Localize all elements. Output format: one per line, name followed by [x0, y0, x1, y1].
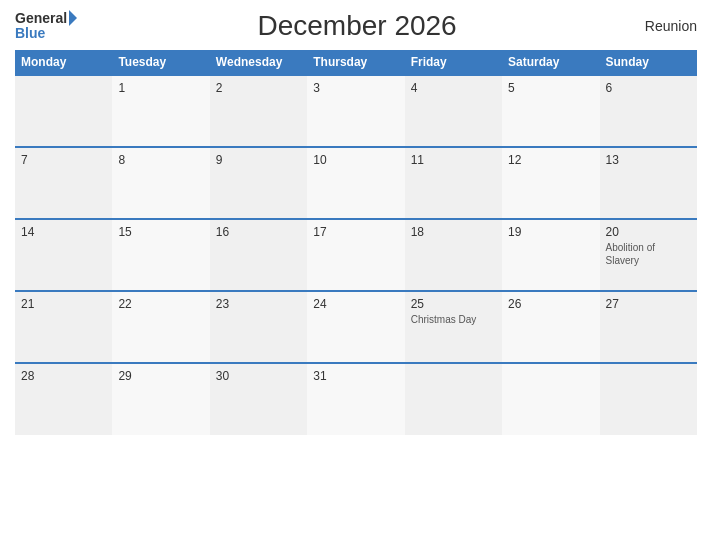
calendar-title: December 2026: [77, 10, 637, 42]
calendar-page: General Blue December 2026 Reunion Monda…: [0, 0, 712, 550]
day-number: 8: [118, 153, 203, 167]
logo-general-text: General: [15, 11, 67, 26]
day-number: 26: [508, 297, 593, 311]
day-number: 31: [313, 369, 398, 383]
day-number: 23: [216, 297, 301, 311]
calendar-cell: 27: [600, 291, 697, 363]
calendar-cell: 22: [112, 291, 209, 363]
calendar-cell: 1: [112, 75, 209, 147]
day-number: 1: [118, 81, 203, 95]
event-label: Abolition of Slavery: [606, 241, 691, 267]
calendar-cell: 24: [307, 291, 404, 363]
calendar-cell: 11: [405, 147, 502, 219]
calendar-cell: 2: [210, 75, 307, 147]
calendar-cell: 12: [502, 147, 599, 219]
day-number: 18: [411, 225, 496, 239]
calendar-week-row: 2122232425Christmas Day2627: [15, 291, 697, 363]
calendar-cell: 25Christmas Day: [405, 291, 502, 363]
day-number: 24: [313, 297, 398, 311]
calendar-week-row: 78910111213: [15, 147, 697, 219]
day-number: 22: [118, 297, 203, 311]
calendar-cell: 19: [502, 219, 599, 291]
col-thursday: Thursday: [307, 50, 404, 75]
region-label: Reunion: [637, 18, 697, 34]
day-number: 5: [508, 81, 593, 95]
calendar-cell: [15, 75, 112, 147]
calendar-cell: 15: [112, 219, 209, 291]
day-number: 7: [21, 153, 106, 167]
calendar-cell: 16: [210, 219, 307, 291]
calendar-week-row: 28293031: [15, 363, 697, 435]
day-number: 27: [606, 297, 691, 311]
day-number: 6: [606, 81, 691, 95]
calendar-cell: 17: [307, 219, 404, 291]
calendar-cell: [600, 363, 697, 435]
day-number: 12: [508, 153, 593, 167]
day-number: 20: [606, 225, 691, 239]
event-label: Christmas Day: [411, 313, 496, 326]
calendar-cell: 26: [502, 291, 599, 363]
day-number: 2: [216, 81, 301, 95]
day-number: 17: [313, 225, 398, 239]
day-number: 19: [508, 225, 593, 239]
day-number: 13: [606, 153, 691, 167]
calendar-cell: 13: [600, 147, 697, 219]
day-number: 16: [216, 225, 301, 239]
day-number: 25: [411, 297, 496, 311]
day-number: 30: [216, 369, 301, 383]
calendar-cell: 21: [15, 291, 112, 363]
day-number: 9: [216, 153, 301, 167]
calendar-week-row: 14151617181920Abolition of Slavery: [15, 219, 697, 291]
calendar-cell: [405, 363, 502, 435]
day-number: 21: [21, 297, 106, 311]
calendar-cell: 4: [405, 75, 502, 147]
calendar-cell: [502, 363, 599, 435]
calendar-cell: 7: [15, 147, 112, 219]
col-friday: Friday: [405, 50, 502, 75]
calendar-cell: 30: [210, 363, 307, 435]
calendar-week-row: 123456: [15, 75, 697, 147]
logo-blue-text: Blue: [15, 26, 77, 41]
calendar-cell: 10: [307, 147, 404, 219]
day-number: 4: [411, 81, 496, 95]
calendar-cell: 31: [307, 363, 404, 435]
calendar-table: Monday Tuesday Wednesday Thursday Friday…: [15, 50, 697, 435]
col-monday: Monday: [15, 50, 112, 75]
day-number: 14: [21, 225, 106, 239]
header: General Blue December 2026 Reunion: [15, 10, 697, 42]
calendar-cell: 23: [210, 291, 307, 363]
calendar-cell: 29: [112, 363, 209, 435]
day-number: 11: [411, 153, 496, 167]
days-header-row: Monday Tuesday Wednesday Thursday Friday…: [15, 50, 697, 75]
calendar-cell: 5: [502, 75, 599, 147]
calendar-cell: 20Abolition of Slavery: [600, 219, 697, 291]
calendar-cell: 8: [112, 147, 209, 219]
logo: General Blue: [15, 10, 77, 41]
calendar-cell: 14: [15, 219, 112, 291]
calendar-cell: 9: [210, 147, 307, 219]
calendar-cell: 18: [405, 219, 502, 291]
col-wednesday: Wednesday: [210, 50, 307, 75]
day-number: 28: [21, 369, 106, 383]
calendar-cell: 28: [15, 363, 112, 435]
col-tuesday: Tuesday: [112, 50, 209, 75]
logo-triangle-icon: [69, 10, 77, 26]
col-saturday: Saturday: [502, 50, 599, 75]
day-number: 10: [313, 153, 398, 167]
calendar-cell: 3: [307, 75, 404, 147]
day-number: 15: [118, 225, 203, 239]
col-sunday: Sunday: [600, 50, 697, 75]
day-number: 29: [118, 369, 203, 383]
day-number: 3: [313, 81, 398, 95]
calendar-cell: 6: [600, 75, 697, 147]
